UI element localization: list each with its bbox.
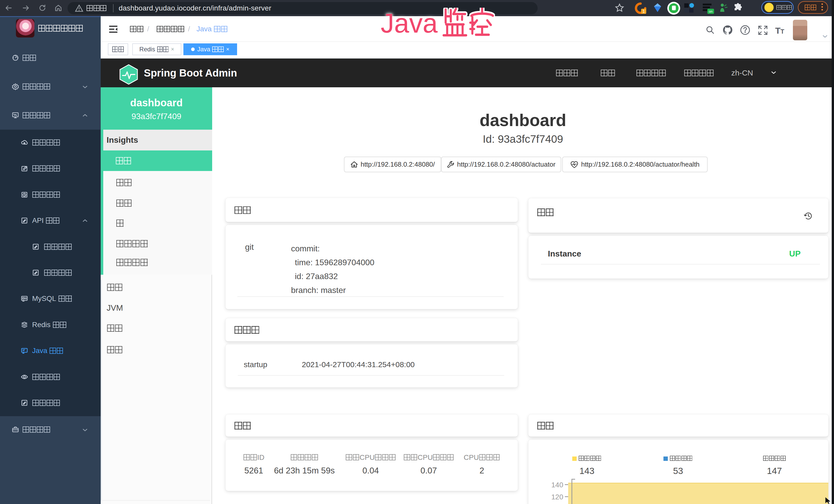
svg-text:1: 1	[643, 9, 645, 14]
svg-text:on: on	[709, 9, 712, 13]
